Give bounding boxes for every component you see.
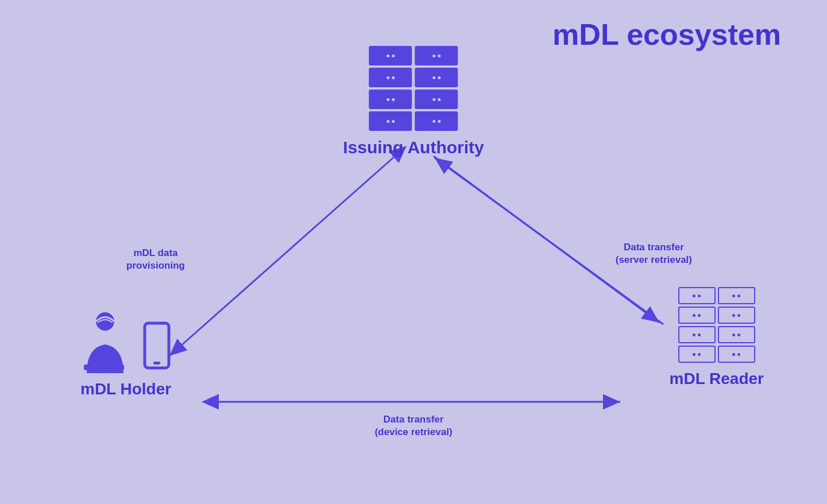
server-block: [369, 68, 412, 87]
dot: [737, 294, 740, 297]
mdl-holder-group: mDL Holder: [80, 310, 171, 398]
server-row-1: [369, 46, 458, 65]
bottom-arrow-label: Data transfer(device retrieval): [374, 413, 452, 439]
dot: [432, 98, 435, 101]
dot: [392, 76, 395, 79]
dot: [392, 98, 395, 101]
server-row-3: [369, 90, 458, 109]
dot: [432, 55, 435, 57]
server-block: [369, 90, 412, 109]
reader-server-row-4: [678, 346, 755, 363]
reader-server-block: [678, 287, 716, 304]
svg-rect-9: [145, 323, 169, 368]
dot: [438, 98, 440, 101]
dot: [732, 314, 735, 317]
dot: [438, 55, 440, 57]
dot: [438, 76, 440, 79]
reader-server-block: [718, 287, 755, 304]
svg-rect-8: [84, 365, 124, 370]
dot: [732, 353, 735, 356]
dot: [432, 120, 435, 123]
dot: [392, 120, 395, 123]
down-right-arrow: [434, 156, 659, 323]
svg-rect-10: [153, 362, 160, 365]
dot: [693, 353, 695, 356]
dot: [698, 353, 701, 356]
person-icon: [81, 310, 138, 373]
reader-server-row-3: [678, 326, 755, 343]
mdl-reader-group: mDL Reader: [670, 287, 764, 388]
mdl-holder-label: mDL Holder: [80, 380, 171, 398]
dot: [387, 120, 389, 123]
reader-server-row-1: [678, 287, 755, 304]
dot: [432, 76, 435, 79]
server-row-2: [369, 68, 458, 87]
server-block: [415, 46, 458, 65]
mdl-reader-label: mDL Reader: [670, 370, 764, 388]
reader-server-block: [718, 307, 755, 324]
server-block: [415, 90, 458, 109]
dot: [737, 353, 740, 356]
reader-server-block: [678, 346, 716, 363]
dot: [387, 55, 389, 57]
server-block: [415, 68, 458, 87]
reader-server-block: [718, 346, 755, 363]
dot: [387, 98, 389, 101]
server-block: [369, 111, 412, 131]
dot: [693, 314, 695, 317]
dot: [732, 334, 735, 336]
dot: [698, 334, 701, 336]
phone-icon: [143, 321, 171, 373]
left-provisioning-arrow: [169, 155, 396, 356]
server-block: [415, 111, 458, 131]
dot: [693, 334, 695, 336]
dot: [737, 334, 740, 336]
reader-server-block: [718, 326, 755, 343]
dot: [737, 314, 740, 317]
issuing-authority-label: Issuing Authority: [343, 138, 484, 157]
issuing-authority-server-icon: [369, 46, 458, 131]
dot: [693, 294, 695, 297]
reader-server-block: [678, 307, 716, 324]
holder-icons: [81, 310, 171, 373]
dot: [698, 294, 701, 297]
server-row-4: [369, 111, 458, 131]
right-arrow-label: Data transfer(server retrieval): [616, 241, 692, 266]
dot: [438, 120, 440, 123]
server-block: [369, 46, 412, 65]
reader-server-block: [678, 326, 716, 343]
page: mDL ecosystem: [0, 0, 827, 504]
dot: [698, 314, 701, 317]
dot: [387, 76, 389, 79]
dot: [732, 294, 735, 297]
reader-server-row-2: [678, 307, 755, 324]
dot: [392, 55, 395, 57]
page-title: mDL ecosystem: [552, 17, 781, 52]
issuing-authority-group: Issuing Authority: [343, 46, 484, 157]
reader-server-icon: [678, 287, 755, 363]
left-arrow-label: mDL dataprovisioning: [126, 247, 185, 272]
